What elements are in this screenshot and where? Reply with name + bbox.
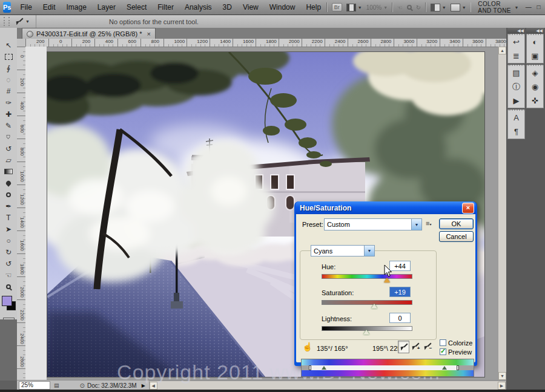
hand-tool[interactable]: ☜: [0, 269, 17, 281]
lightness-value-field[interactable]: 0: [389, 313, 411, 323]
preset-options-button[interactable]: ≡▾: [426, 220, 431, 227]
paths-panel-icon[interactable]: ✜: [527, 94, 543, 108]
eyedropper-subtract-button[interactable]: −: [422, 341, 432, 352]
on-image-adjust-icon[interactable]: ☝: [302, 342, 312, 351]
healing-brush-tool[interactable]: ✚: [0, 108, 17, 120]
lasso-tool[interactable]: ∮: [0, 62, 17, 74]
ellipse-shape-tool[interactable]: ○: [0, 235, 17, 246]
zoom-tool-shortcut[interactable]: [407, 5, 412, 10]
range-bar-marker[interactable]: [309, 365, 311, 370]
scroll-up-icon[interactable]: ▲: [498, 47, 506, 54]
scroll-right-icon[interactable]: ▶: [498, 382, 506, 390]
chevron-down-icon[interactable]: ▼: [364, 246, 374, 256]
dock-collapse-button[interactable]: ◀◀: [507, 28, 525, 34]
3d-orbit-tool[interactable]: ↺: [0, 258, 17, 269]
hand-tool-shortcut[interactable]: ☜: [397, 4, 403, 11]
eyedropper-tool[interactable]: ✑: [0, 97, 17, 108]
menu-image[interactable]: Image: [61, 0, 92, 15]
saturation-slider-handle[interactable]: [371, 304, 377, 309]
ok-button[interactable]: OK: [439, 218, 474, 229]
dock-collapse-button[interactable]: ◀◀: [526, 28, 544, 34]
zoom-tool[interactable]: [0, 281, 17, 292]
masks-panel-icon[interactable]: ▣: [527, 49, 543, 63]
launch-bridge-button[interactable]: Br: [332, 3, 342, 11]
dialog-titlebar[interactable]: Hue/Saturation ×: [296, 201, 476, 214]
menu-edit[interactable]: Edit: [38, 0, 61, 15]
document-tab[interactable]: P4300317-Edit.tif @ 25% (RGB/8) * ×: [22, 28, 156, 39]
eraser-tool[interactable]: ▱: [0, 154, 17, 166]
arrange-documents-button[interactable]: ▼: [431, 4, 446, 11]
gradient-tool[interactable]: [0, 166, 17, 177]
hue-slider-handle[interactable]: [384, 278, 390, 283]
hue-spectrum-bars[interactable]: [301, 359, 474, 377]
clone-stamp-tool[interactable]: ⌂: [0, 131, 17, 143]
minimize-button[interactable]: —: [526, 4, 532, 11]
range-triangle-marker[interactable]: [442, 366, 447, 370]
channel-dropdown[interactable]: Cyans ▼: [311, 245, 375, 256]
rotate-view-shortcut[interactable]: ↻: [416, 4, 421, 11]
brush-tool[interactable]: ✎: [0, 120, 17, 131]
preset-dropdown[interactable]: Custom ▼: [324, 218, 422, 230]
crop-tool[interactable]: #: [0, 85, 17, 97]
menu-select[interactable]: Select: [121, 0, 152, 15]
3d-rotate-tool[interactable]: ↻: [0, 246, 17, 258]
path-selection-tool[interactable]: ➤: [0, 223, 17, 235]
range-marker-strip[interactable]: [302, 365, 474, 370]
menu-filter[interactable]: Filter: [152, 0, 179, 15]
menu-window[interactable]: Window: [264, 0, 301, 15]
saturation-slider[interactable]: [322, 300, 412, 305]
chevron-down-icon[interactable]: ▼: [411, 219, 421, 230]
scroll-left-icon[interactable]: ◀: [150, 382, 157, 390]
marquee-tool[interactable]: [0, 51, 17, 62]
range-triangle-marker[interactable]: [322, 366, 326, 370]
colorize-checkbox[interactable]: [440, 339, 446, 346]
zoom-percent-field[interactable]: 25%: [19, 381, 50, 390]
clone-source-panel-icon[interactable]: ≣: [508, 49, 524, 63]
quick-selection-tool[interactable]: ◌: [0, 74, 17, 85]
view-extras-button[interactable]: ▼: [346, 4, 362, 11]
menu-analysis[interactable]: Analysis: [179, 0, 217, 15]
photoshop-logo[interactable]: Ps: [3, 2, 11, 13]
actions-panel-icon[interactable]: ▶: [508, 94, 524, 108]
screen-mode-button[interactable]: ▼: [451, 4, 466, 11]
menu-help[interactable]: Help: [300, 0, 326, 15]
history-panel-icon[interactable]: ↩: [508, 35, 524, 49]
layers-panel-icon[interactable]: ◈: [527, 66, 543, 80]
maximize-button[interactable]: □: [536, 4, 541, 11]
workspace-switcher[interactable]: COLOR AND TONE▼: [475, 1, 521, 14]
zoom-level-control[interactable]: 100%▼: [366, 4, 388, 11]
cancel-button[interactable]: Cancel: [439, 231, 474, 242]
dialog-close-button[interactable]: ×: [462, 203, 474, 214]
grip-handle[interactable]: [4, 17, 10, 26]
info-panel-icon[interactable]: Ⓘ: [508, 80, 524, 94]
scroll-down-icon[interactable]: ▼: [498, 372, 506, 380]
character-panel-icon[interactable]: A: [508, 111, 524, 125]
hue-slider[interactable]: [322, 274, 412, 279]
current-tool-button[interactable]: ▼: [13, 15, 36, 28]
lightness-slider-handle[interactable]: [363, 330, 369, 335]
horizontal-scrollbar[interactable]: ◀ ▶: [149, 381, 506, 390]
dodge-tool[interactable]: [0, 189, 17, 200]
menu-layer[interactable]: Layer: [92, 0, 121, 15]
preview-checkbox[interactable]: ✓: [440, 348, 446, 355]
saturation-value-field[interactable]: +19: [389, 287, 411, 297]
navigator-panel-icon[interactable]: ▤: [508, 66, 524, 80]
styles-panel-icon[interactable]: ◉: [527, 80, 543, 94]
paragraph-panel-icon[interactable]: ¶: [508, 125, 524, 139]
eyedropper-add-button[interactable]: +: [410, 341, 420, 352]
menu-file[interactable]: File: [15, 0, 37, 15]
tab-close-icon[interactable]: ×: [145, 30, 150, 38]
move-tool[interactable]: ↖: [0, 39, 17, 51]
menu-3d[interactable]: 3D: [217, 0, 237, 15]
adjustments-panel-icon[interactable]: ◐: [527, 35, 543, 49]
pen-tool[interactable]: ✒: [0, 200, 17, 212]
hue-value-field[interactable]: +44: [389, 261, 411, 271]
vertical-scrollbar[interactable]: ▲ ▼: [498, 47, 506, 380]
blur-tool[interactable]: [0, 177, 17, 189]
menu-view[interactable]: View: [237, 0, 264, 15]
range-bar-marker[interactable]: [457, 365, 459, 370]
foreground-color-swatch[interactable]: [2, 296, 12, 306]
type-tool[interactable]: T: [0, 212, 17, 223]
history-brush-tool[interactable]: ↺: [0, 143, 17, 154]
lightness-slider[interactable]: [322, 326, 412, 331]
